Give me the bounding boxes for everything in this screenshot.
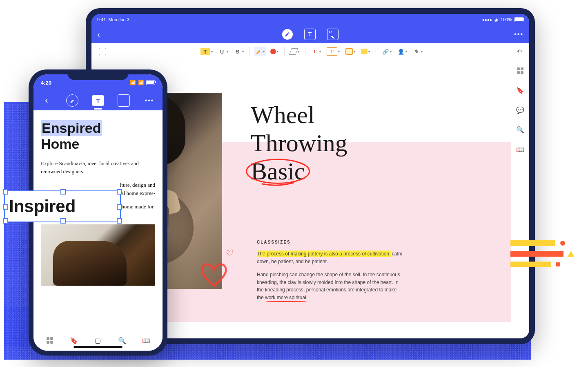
back-button[interactable]: ‹ (97, 30, 100, 39)
annotate-mode-icon[interactable] (282, 29, 293, 40)
circled-word: Basic (251, 157, 305, 186)
battery-icon (146, 80, 155, 85)
stamp-tool[interactable]: 👤▾ (396, 46, 409, 57)
strikethrough-tool[interactable]: S▾ (232, 46, 245, 57)
wifi-icon: 📶 (138, 80, 144, 85)
section-label: CLASSSIZES (257, 240, 404, 244)
comments-icon[interactable]: ▢ (94, 336, 102, 345)
search-icon[interactable]: 🔍 (118, 336, 126, 345)
tablet-right-sidebar: 🔖 💬 🔍 📖 (511, 60, 529, 338)
more-menu-button[interactable]: ••• (514, 31, 523, 38)
paragraph-2: Hand pinching can change the shape of th… (257, 271, 404, 301)
red-underlined-text: work more spiritual. (265, 295, 307, 300)
decorative-stripes (510, 240, 572, 272)
reader-icon[interactable]: 📖 (516, 145, 524, 153)
resize-handle-bottom-mid[interactable] (60, 218, 66, 224)
phone-time: 4:20 (41, 80, 51, 86)
tablet-status-bar: 9:41 Mon Jun 3 ●●●● ◉ 100% (91, 14, 529, 25)
resize-handle-bottom-right[interactable] (117, 218, 122, 224)
heart-annotation-icon (198, 260, 230, 289)
battery-percent: 100% (501, 17, 512, 22)
sticky-note-tool[interactable]: ▾ (344, 47, 357, 56)
editing-text[interactable]: Inspired (9, 197, 76, 216)
bookmark-icon[interactable]: 🔖 (516, 86, 524, 94)
eraser-tool[interactable]: ▾ (289, 47, 301, 56)
select-tool[interactable] (97, 46, 108, 57)
wifi-icon: ◉ (494, 18, 498, 22)
more-menu-button[interactable]: ••• (144, 95, 155, 106)
resize-handle-bottom-left[interactable] (3, 218, 8, 224)
highlight-text-tool[interactable]: T▾ (199, 46, 214, 57)
resize-handle-top-mid[interactable] (60, 189, 66, 195)
text-box-tool[interactable]: T▾ (325, 46, 341, 57)
selected-title-text: Enspired (41, 120, 102, 136)
status-time-date: 9:41 Mon Jun 3 (97, 17, 129, 22)
document-title: Wheel Throwing Basic (251, 101, 347, 186)
sticky-note-fill-tool[interactable]: ▾ (359, 47, 372, 56)
thumbnails-icon[interactable] (516, 67, 524, 75)
text-mode-icon[interactable]: T (304, 29, 316, 40)
phone-paragraph-1: Explore Scandinavia, meet local creative… (41, 159, 155, 175)
battery-icon (514, 17, 523, 22)
phone-notch (67, 69, 129, 80)
text-mode-icon[interactable]: T (92, 95, 104, 106)
resize-handle-top-left[interactable] (3, 189, 8, 195)
annotation-toolbar: T▾ U▾ S▾ ▾ ▾ ▾ T▾ T▾ ▾ ▾ 🔗▾ 👤▾ ✎▾ ↶ (91, 43, 529, 60)
back-button[interactable]: ‹ (41, 95, 52, 106)
phone-document-title: Enspired Home (41, 120, 155, 152)
signal-icon: ●●●● (482, 18, 492, 22)
link-tool[interactable]: 🔗▾ (380, 46, 393, 57)
document-body: CLASSSIZES The process of making pottery… (257, 240, 404, 307)
small-heart-annotation-icon: ♡ (225, 247, 235, 259)
tablet-top-nav: ‹ T ••• (91, 25, 529, 43)
annotate-mode-icon[interactable] (66, 94, 78, 107)
pen-tool[interactable]: ▾ (254, 47, 266, 56)
resize-handle-mid-right[interactable] (117, 204, 122, 210)
underline-tool[interactable]: U▾ (217, 46, 230, 57)
signal-icon: 📶 (130, 80, 136, 85)
comments-icon[interactable]: 💬 (516, 106, 524, 114)
thumbnails-icon[interactable] (46, 336, 54, 345)
image-mode-icon[interactable] (118, 94, 130, 107)
undo-button[interactable]: ↶ (515, 46, 523, 57)
resize-handle-mid-left[interactable] (3, 204, 8, 210)
home-indicator[interactable] (74, 346, 122, 348)
paragraph-1: The process of making pottery is also a … (257, 250, 404, 265)
floating-text-edit-box[interactable]: Inspired (4, 190, 121, 222)
search-icon[interactable]: 🔍 (516, 125, 524, 134)
reader-icon[interactable]: 📖 (142, 336, 150, 345)
text-annotation-tool[interactable]: T▾ (310, 46, 323, 57)
phone-top-nav: ‹ T ••• (33, 91, 163, 110)
signature-tool[interactable]: ✎▾ (411, 46, 424, 57)
resize-handle-top-right[interactable] (117, 189, 122, 195)
pen-color-red[interactable]: ▾ (269, 47, 280, 56)
highlighted-text: The process of making pottery is also a … (257, 251, 391, 257)
bookmark-icon[interactable]: 🔖 (70, 336, 78, 345)
chair-photo (41, 224, 155, 286)
image-mode-icon[interactable] (327, 29, 339, 40)
